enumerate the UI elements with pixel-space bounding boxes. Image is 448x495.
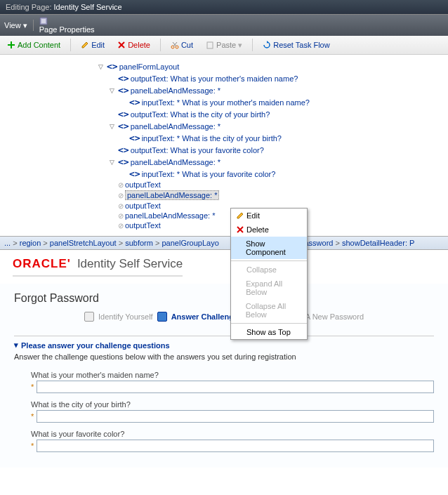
title-bar: Editing Page: Identity Self Service bbox=[0, 0, 448, 14]
question-1: What is your mother's maiden name? * bbox=[31, 371, 434, 393]
tree-node[interactable]: ▽<>panelLabelAndMessage: * bbox=[110, 84, 448, 96]
svg-rect-5 bbox=[8, 44, 15, 46]
page-title: Forgot Password bbox=[14, 292, 434, 305]
oracle-logo: ORACLE' bbox=[13, 257, 71, 270]
answer-input-1[interactable] bbox=[37, 381, 434, 393]
title-value: Identity Self Service bbox=[54, 3, 122, 11]
scissors-icon bbox=[171, 41, 179, 49]
toolbar-separator bbox=[252, 39, 253, 51]
hidden-icon: ⊘ bbox=[118, 192, 124, 199]
challenge-section: ▾ Please answer your challenge questions… bbox=[14, 336, 434, 452]
step-box-active bbox=[157, 312, 167, 322]
action-toolbar: Add Content Edit Delete Cut Paste ▾ Rese… bbox=[0, 36, 448, 55]
oracle-header: ORACLE' Identity Self Service bbox=[0, 250, 448, 284]
breadcrumb-item[interactable]: region bbox=[20, 239, 41, 247]
step-box bbox=[84, 312, 94, 322]
tag-icon: <> bbox=[118, 109, 129, 119]
tree-node[interactable]: <>outputText: What is your mother's maid… bbox=[110, 72, 448, 84]
question-3: What is your favorite color? * bbox=[31, 430, 434, 452]
required-star: * bbox=[31, 383, 34, 391]
breadcrumb-item[interactable]: subform bbox=[125, 239, 153, 247]
tag-icon: <> bbox=[129, 169, 140, 179]
tag-icon: <> bbox=[118, 85, 129, 95]
hidden-icon: ⊘ bbox=[118, 181, 124, 189]
svg-marker-6 bbox=[82, 42, 88, 48]
title-label: Editing Page: bbox=[6, 3, 54, 11]
x-icon bbox=[237, 226, 244, 233]
ctx-edit[interactable]: Edit bbox=[231, 209, 307, 223]
expander-icon[interactable]: ▽ bbox=[110, 159, 117, 166]
section-description: Answer the challenge questions below wit… bbox=[14, 352, 434, 361]
paste-button[interactable]: Paste ▾ bbox=[203, 39, 245, 51]
delete-button[interactable]: Delete bbox=[114, 39, 153, 51]
tree-node[interactable]: <>inputText: * What is the city of your … bbox=[121, 132, 448, 144]
tree-node-hidden[interactable]: ⊘outputText bbox=[110, 180, 448, 190]
edit-button[interactable]: Edit bbox=[78, 39, 107, 51]
svg-marker-16 bbox=[237, 213, 243, 218]
pencil-icon bbox=[237, 212, 244, 219]
context-menu: Edit Delete Show Component Collapse Expa… bbox=[230, 208, 308, 340]
question-label: What is your favorite color? bbox=[31, 430, 434, 438]
wizard-steps: Identify Yourself Answer Challenge Quest… bbox=[14, 312, 434, 322]
component-tree: ▽<>panelFormLayout <>outputText: What is… bbox=[0, 55, 448, 236]
breadcrumb-item[interactable]: panelStretchLayout bbox=[50, 239, 117, 247]
ctx-collapse-all: Collapse All Below bbox=[231, 299, 307, 322]
reset-task-flow-button[interactable]: Reset Task Flow bbox=[260, 39, 333, 51]
tree-node-hidden-selected[interactable]: ⊘panelLabelAndMessage: * bbox=[110, 190, 448, 201]
cut-button[interactable]: Cut bbox=[168, 39, 196, 51]
required-star: * bbox=[31, 442, 34, 450]
ctx-show-component[interactable]: Show Component bbox=[231, 237, 307, 259]
toolbar-separator bbox=[70, 39, 71, 51]
ctx-show-as-top[interactable]: Show as Top bbox=[231, 325, 307, 339]
required-star: * bbox=[31, 412, 34, 421]
page-content: Forgot Password Identify Yourself Answer… bbox=[0, 284, 448, 468]
view-menu[interactable]: View ▾ bbox=[4, 21, 27, 30]
tree-node[interactable]: <>inputText: * What is your favorite col… bbox=[121, 168, 448, 180]
menu-bar: View ▾ Page Properties bbox=[0, 14, 448, 36]
hidden-icon: ⊘ bbox=[118, 222, 124, 230]
ctx-divider bbox=[231, 323, 307, 324]
breadcrumb-item[interactable]: panelGroupLayo bbox=[162, 239, 218, 247]
hidden-icon: ⊘ bbox=[118, 202, 124, 210]
answer-input-2[interactable] bbox=[37, 410, 434, 423]
breadcrumb-item[interactable]: showDetailHeader: P bbox=[342, 239, 414, 247]
menu-separator bbox=[33, 20, 34, 31]
toolbar-separator bbox=[160, 39, 161, 51]
chevron-down-icon: ▾ bbox=[238, 41, 242, 50]
tag-icon: <> bbox=[118, 145, 129, 155]
ctx-collapse: Collapse bbox=[231, 263, 307, 277]
answer-input-3[interactable] bbox=[37, 440, 434, 452]
question-label: What is your mother's maiden name? bbox=[31, 371, 434, 379]
breadcrumb: ... > region > panelStretchLayout > subf… bbox=[0, 236, 448, 250]
hidden-icon: ⊘ bbox=[118, 212, 124, 220]
tree-node[interactable]: <>outputText: What is the city of your b… bbox=[110, 108, 448, 120]
clipboard-icon bbox=[206, 41, 214, 49]
page-properties-menu[interactable]: Page Properties bbox=[39, 17, 95, 34]
expander-icon[interactable]: ▽ bbox=[110, 123, 117, 130]
tree-node[interactable]: ▽<>panelFormLayout bbox=[98, 60, 448, 72]
tree-node[interactable]: <>outputText: What is your favorite colo… bbox=[110, 144, 448, 156]
tag-icon: <> bbox=[129, 97, 140, 107]
collapse-icon: ▾ bbox=[14, 341, 18, 350]
expander-icon[interactable]: ▽ bbox=[98, 63, 105, 70]
breadcrumb-more[interactable]: ... bbox=[4, 239, 11, 247]
svg-marker-15 bbox=[267, 41, 268, 44]
tree-node[interactable]: ▽<>panelLabelAndMessage: * bbox=[110, 120, 448, 132]
ctx-divider bbox=[231, 260, 307, 261]
tag-icon: <> bbox=[118, 157, 129, 167]
oracle-subtitle: Identity Self Service bbox=[77, 257, 183, 270]
tree-node[interactable]: <>inputText: * What is your mother's mai… bbox=[121, 96, 448, 108]
refresh-icon bbox=[263, 41, 271, 49]
section-header[interactable]: ▾ Please answer your challenge questions bbox=[14, 341, 434, 350]
ctx-delete[interactable]: Delete bbox=[231, 223, 307, 237]
add-content-button[interactable]: Add Content bbox=[4, 39, 63, 51]
svg-rect-13 bbox=[207, 42, 213, 48]
tag-icon: <> bbox=[129, 133, 140, 143]
pencil-icon bbox=[81, 41, 89, 49]
tag-icon: <> bbox=[118, 73, 129, 84]
chevron-down-icon: ▾ bbox=[23, 21, 27, 29]
tag-icon: <> bbox=[118, 121, 129, 131]
tree-node[interactable]: ▽<>panelLabelAndMessage: * bbox=[110, 156, 448, 168]
ctx-expand-all: Expand All Below bbox=[231, 277, 307, 299]
expander-icon[interactable]: ▽ bbox=[110, 87, 117, 94]
